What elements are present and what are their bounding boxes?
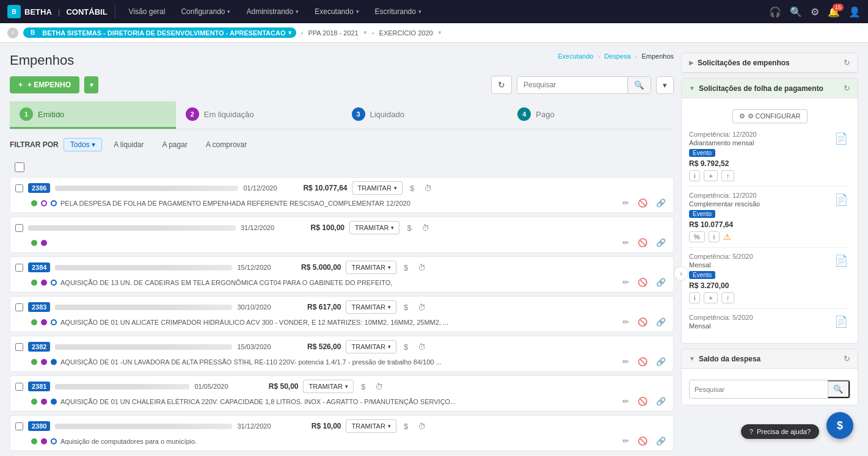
doc-icon[interactable]: 📄 xyxy=(832,131,850,147)
row-checkbox[interactable] xyxy=(15,422,23,430)
doc-icon[interactable]: 📄 xyxy=(832,253,850,269)
edit-icon[interactable]: ✏ xyxy=(620,356,632,367)
tab-liquidado[interactable]: 3 Liquidado xyxy=(342,101,508,129)
org-tab[interactable]: B BETHA SISTEMAS - DIRETORIA DE DESENVOL… xyxy=(23,27,296,38)
exercicio-label[interactable]: EXERCÍCIO 2020 xyxy=(379,29,433,37)
saldo-despesa-header[interactable]: ▼ Saldo da despesa ↻ xyxy=(682,349,858,369)
row-checkbox[interactable] xyxy=(15,264,23,272)
add-dropdown-button[interactable]: ▾ xyxy=(84,76,98,93)
search-submit-button[interactable]: 🔍 xyxy=(627,77,651,93)
add-button[interactable]: + xyxy=(704,170,717,181)
tramitar-button[interactable]: TRAMITAR ▾ xyxy=(346,261,396,274)
cancel-icon[interactable]: 🚫 xyxy=(635,277,650,288)
clock-icon[interactable]: ⏱ xyxy=(373,381,385,393)
row-checkbox[interactable] xyxy=(15,303,23,311)
filter-a-liquidar[interactable]: A liquidar xyxy=(107,138,150,151)
dollar-icon[interactable]: $ xyxy=(401,421,410,432)
cancel-icon[interactable]: 🚫 xyxy=(635,237,650,248)
dollar-icon[interactable]: $ xyxy=(407,183,417,194)
empenho-id[interactable]: 2384 xyxy=(28,262,50,272)
edit-icon[interactable]: ✏ xyxy=(620,237,632,248)
row-checkbox[interactable] xyxy=(15,383,23,391)
refresh-icon[interactable]: ↻ xyxy=(844,84,850,93)
add-empenho-button[interactable]: + + EMPENHO xyxy=(10,76,79,93)
up-button[interactable]: ↑ xyxy=(721,292,735,303)
share-icon[interactable]: 🔗 xyxy=(654,277,668,288)
help-button[interactable]: ? Precisa de ajuda? xyxy=(741,424,819,439)
share-icon[interactable]: 🔗 xyxy=(654,316,668,328)
tab-em-liquidacao[interactable]: 2 Em liquidação xyxy=(176,101,342,129)
percent-button[interactable]: % xyxy=(689,231,705,242)
search-input[interactable] xyxy=(517,77,627,93)
row-checkbox[interactable] xyxy=(15,343,23,351)
filter-a-pagar[interactable]: A pagar xyxy=(156,138,194,151)
clock-icon[interactable]: ⏱ xyxy=(415,421,428,432)
expand-panel-button[interactable]: › xyxy=(674,266,688,281)
filter-button[interactable]: ▾ xyxy=(656,76,674,94)
row-checkbox[interactable] xyxy=(15,224,23,232)
empenho-id[interactable]: 2380 xyxy=(28,421,50,431)
user-icon[interactable]: 👤 xyxy=(848,6,861,18)
tramitar-button[interactable]: TRAMITAR ▾ xyxy=(346,300,396,314)
edit-icon[interactable]: ✏ xyxy=(620,396,632,407)
nav-escriturando[interactable]: Escriturando ▾ xyxy=(369,0,428,23)
fab-dollar-button[interactable]: $ xyxy=(826,412,853,439)
refresh-icon[interactable]: ↻ xyxy=(844,58,850,67)
settings-icon[interactable]: ⚙ xyxy=(811,6,819,18)
search-icon[interactable]: 🔍 xyxy=(790,6,802,18)
filter-a-comprovar[interactable]: A comprovar xyxy=(199,138,253,151)
clock-icon[interactable]: ⏱ xyxy=(419,222,432,234)
row-checkbox[interactable] xyxy=(15,184,23,192)
empenho-id[interactable]: 2386 xyxy=(28,183,50,193)
headphones-icon[interactable]: 🎧 xyxy=(769,6,781,18)
dollar-icon[interactable]: $ xyxy=(401,262,410,273)
saldo-search-button[interactable]: 🔍 xyxy=(828,380,850,398)
cancel-icon[interactable]: 🚫 xyxy=(635,435,650,447)
tramitar-button[interactable]: TRAMITAR ▾ xyxy=(346,419,396,433)
clock-icon[interactable]: ⏱ xyxy=(415,302,428,313)
dollar-icon[interactable]: $ xyxy=(401,341,410,353)
tab-pago[interactable]: 4 Pago xyxy=(508,101,674,129)
refresh-button[interactable]: ↻ xyxy=(491,76,512,94)
add-button[interactable]: + xyxy=(704,292,717,303)
filter-todos[interactable]: Todos ▾ xyxy=(64,138,102,151)
saldo-search-input[interactable] xyxy=(690,383,828,396)
close-tab-button[interactable]: × xyxy=(7,27,18,38)
dollar-icon[interactable]: $ xyxy=(404,222,414,234)
tramitar-button[interactable]: TRAMITAR ▾ xyxy=(303,380,353,393)
solicitacoes-empenhos-header[interactable]: ▶ Solicitações de empenhos ↻ xyxy=(682,53,858,73)
edit-icon[interactable]: ✏ xyxy=(620,435,632,447)
refresh-icon[interactable]: ↻ xyxy=(844,354,850,363)
configure-button[interactable]: ⚙ ⚙ CONFIGURAR xyxy=(732,109,808,123)
cancel-icon[interactable]: 🚫 xyxy=(635,396,650,407)
doc-icon[interactable]: 📄 xyxy=(832,192,850,208)
empenho-id[interactable]: 2381 xyxy=(28,382,50,391)
solicitacoes-folha-header[interactable]: ▼ Solicitações de folha de pagamento ↻ xyxy=(682,79,858,98)
clock-icon[interactable]: ⏱ xyxy=(421,183,434,194)
nav-visao-geral[interactable]: Visão geral xyxy=(123,0,172,23)
bell-icon[interactable]: 🔔 15 xyxy=(828,6,840,18)
info-button[interactable]: i xyxy=(709,231,720,242)
share-icon[interactable]: 🔗 xyxy=(654,356,668,367)
nav-configurando[interactable]: Configurando ▾ xyxy=(175,0,236,23)
tab-emitido[interactable]: 1 Emitido xyxy=(10,101,176,129)
nav-administrando[interactable]: Administrando ▾ xyxy=(240,0,305,23)
cancel-icon[interactable]: 🚫 xyxy=(635,197,650,209)
dollar-icon[interactable]: $ xyxy=(359,381,368,393)
clock-icon[interactable]: ⏱ xyxy=(415,341,428,353)
tramitar-button[interactable]: TRAMITAR ▾ xyxy=(349,221,399,234)
empenho-id[interactable]: 2383 xyxy=(28,302,50,312)
clock-icon[interactable]: ⏱ xyxy=(415,262,428,273)
empenho-id[interactable]: 2382 xyxy=(28,342,50,352)
brand-logo[interactable]: B BETHA | CONTÁBIL xyxy=(7,5,115,18)
cancel-icon[interactable]: 🚫 xyxy=(635,356,650,367)
doc-icon[interactable]: 📄 xyxy=(832,314,850,330)
share-icon[interactable]: 🔗 xyxy=(654,197,668,209)
info-button[interactable]: i xyxy=(689,292,700,303)
up-button[interactable]: ↑ xyxy=(721,170,735,181)
cancel-icon[interactable]: 🚫 xyxy=(635,316,650,328)
share-icon[interactable]: 🔗 xyxy=(654,396,668,407)
tramitar-button[interactable]: TRAMITAR ▾ xyxy=(352,181,402,195)
ppa-label[interactable]: PPA 2018 - 2021 xyxy=(308,29,358,37)
select-all-checkbox[interactable] xyxy=(15,162,24,172)
